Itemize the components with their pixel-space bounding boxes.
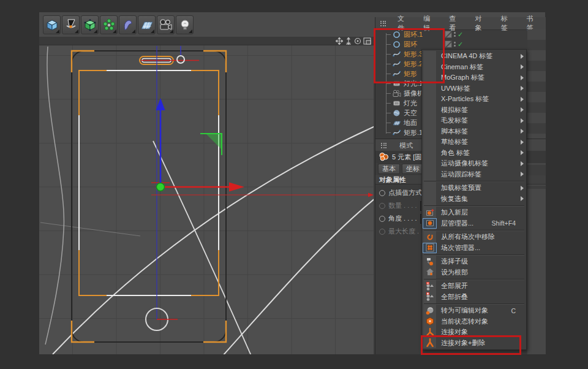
select-children-icon [423,257,436,266]
gizmo-x-arrowhead [229,183,244,192]
submenu-arrow-icon [518,75,526,80]
visibility-dots-icon[interactable] [454,32,456,37]
floor-object-icon [393,119,401,127]
x-axis-long-arrowhead [368,193,374,197]
object-row[interactable]: 圆环 ✓ [375,39,546,49]
menu-item-connect-objects-delete[interactable]: 连接对象+删除 [422,338,526,349]
keyframe-circle-icon[interactable] [379,229,385,235]
camera-object-icon [393,89,401,97]
bend-deformer-tool-icon[interactable] [119,15,137,34]
layer-toggle-icon[interactable] [445,31,452,38]
light-object-icon [393,99,401,107]
menu-item-restore-selection[interactable]: 恢复选集 [422,194,526,205]
spline-arc-left [45,47,64,344]
menu-item-mograph-tags[interactable]: MoGraph 标签 [422,72,526,83]
visibility-dots-icon[interactable] [454,42,456,47]
menu-item-xparticles-tags[interactable]: X-Particles 标签 [422,94,526,105]
dolly-view-icon[interactable] [345,37,352,45]
layer-manager-icon [423,219,436,228]
floor-environment-tool-icon[interactable] [138,15,156,34]
fold-all-icon [423,292,436,302]
light-object-icon [393,80,401,88]
menu-item-character-tags[interactable]: 角色 标签 [422,148,526,159]
menu-item-script-tags[interactable]: 脚本标签 [422,126,526,137]
menu-item-select-children[interactable]: 选择子级 [422,256,526,267]
menu-item-hair-tags[interactable]: 毛发标签 [422,115,526,126]
cube-primitive-tool-icon[interactable] [43,15,61,34]
panel-grip-icon[interactable] [381,143,386,148]
submenu-arrow-icon [518,107,526,112]
menu-item-make-editable[interactable]: 转为可编辑对象C [422,305,526,316]
submenu-arrow-icon [518,129,526,134]
panel-grip-icon[interactable] [380,21,386,26]
phone-screen-outline [79,70,219,295]
pen-spline-tool-icon[interactable] [62,15,80,34]
menu-item-current-state-to-object[interactable]: 当前状态转对象 [422,316,526,327]
menu-item-motion-tracker-tags[interactable]: 运动跟踪标签 [422,169,526,180]
current-state-to-object-icon [423,317,436,326]
phone-body-outline [72,51,226,342]
menu-mode[interactable]: 模式 [392,141,420,150]
enable-check-icon[interactable]: ✓ [458,41,463,47]
spline-faint-segment [40,223,140,236]
keyframe-circle-icon[interactable] [379,216,385,222]
menu-item-take-manager[interactable]: 场次管理器... [422,243,526,254]
menu-item-layer-manager[interactable]: 层管理器...Shift+F4 [422,218,526,229]
menu-item-load-tag-preset[interactable]: 加载标签预置 [422,183,526,194]
layer-toggle-icon[interactable] [445,40,452,48]
tab-basic[interactable]: 基本 [378,164,400,174]
screenshot-stage: 文件 编辑 查看 对象 标签 书签 圆环.1 ✓ 圆环 ✓ [0,0,588,369]
connect-objects-delete-icon [423,338,436,348]
make-editable-icon [423,306,436,315]
sky-object-icon [393,109,401,117]
rotate-view-icon[interactable] [354,37,361,45]
keyframe-circle-icon[interactable] [379,190,385,196]
spline-arc-main [53,126,374,354]
menu-item-uvw-tags[interactable]: UVW标签 [422,83,526,94]
gizmo-y-arrowhead [156,98,165,110]
object-manager-menubar: 文件 编辑 查看 对象 标签 书签 [375,17,546,30]
submenu-arrow-icon [518,140,526,145]
menu-item-add-to-new-layer[interactable]: 加入新层 [422,207,526,218]
connect-objects-icon [423,327,436,337]
menu-item-motion-camera-tags[interactable]: 运动摄像机标签 [422,158,526,169]
menu-item-set-as-root[interactable]: 设为根部 [422,267,526,278]
viewport-canvas[interactable] [39,45,374,354]
submenu-arrow-icon [518,161,526,166]
viewport[interactable] [39,37,374,354]
camera-tool-icon[interactable] [157,15,175,34]
submenu-arrow-icon [518,86,526,91]
submenu-arrow-icon [518,172,526,177]
keyframe-circle-icon[interactable] [379,203,385,209]
submenu-arrow-icon [518,186,526,191]
menu-item-cineman-tags[interactable]: Cineman 标签 [422,62,526,73]
tab-coordinates[interactable]: 坐标 [402,164,424,174]
pan-view-icon[interactable] [336,37,343,45]
menu-item-remove-from-all-takes[interactable]: 从所有场次中移除 [422,232,526,243]
light-tool-icon[interactable] [176,15,194,34]
menu-item-cinema4d-tags[interactable]: CINEMA 4D 标签 [422,51,526,62]
menu-item-connect-objects[interactable]: 连接对象 [422,327,526,338]
submenu-arrow-icon [518,150,526,155]
rect-spline-icon [393,50,401,58]
menu-item-sketch-tags[interactable]: 草绘标签 [422,137,526,148]
enable-check-icon[interactable]: ✓ [458,31,463,37]
submenu-arrow-icon [518,54,526,59]
take-manager-icon [423,243,436,253]
front-camera-circle [177,56,184,63]
menu-item-unfold-all[interactable]: 全部展开 [422,281,526,292]
rect-spline-icon [393,60,401,68]
spline-arc-bottom-right [223,199,374,354]
submenu-arrow-icon [518,196,526,201]
toggle-view-icon[interactable] [363,37,371,45]
menu-item-simulation-tags[interactable]: 模拟标签 [422,105,526,116]
submenu-arrow-icon [518,64,526,69]
subdivision-surface-tool-icon[interactable] [81,15,99,34]
menu-item-fold-all[interactable]: 全部折叠 [422,292,526,303]
object-row[interactable]: 圆环.1 ✓ [375,29,546,39]
gizmo-origin-dot [157,183,165,191]
rect-spline-icon [393,70,401,78]
phone-selection-corners [72,51,226,342]
array-mograph-tool-icon[interactable] [100,15,118,34]
rect-spline-icon [393,129,401,137]
